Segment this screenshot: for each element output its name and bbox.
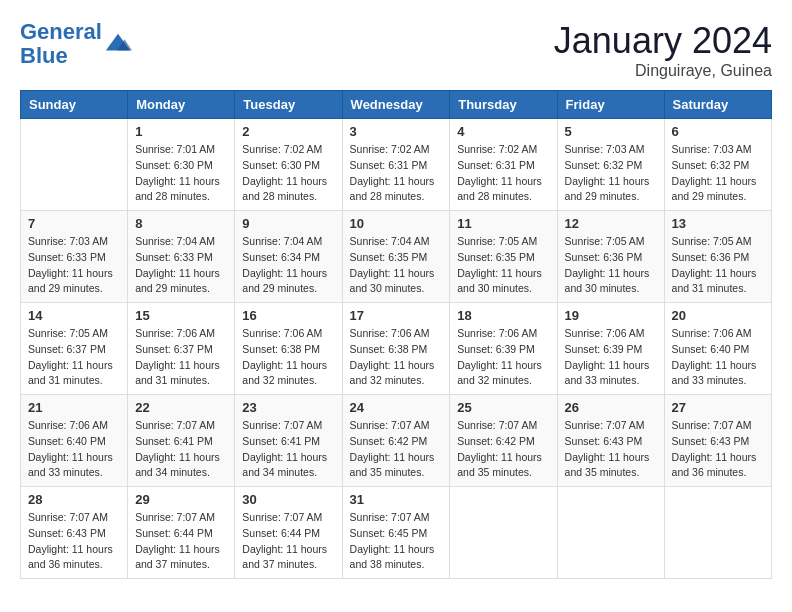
location-title: Dinguiraye, Guinea	[554, 62, 772, 80]
calendar-cell: 7Sunrise: 7:03 AMSunset: 6:33 PMDaylight…	[21, 211, 128, 303]
day-number: 4	[457, 124, 549, 139]
day-number: 30	[242, 492, 334, 507]
weekday-header-tuesday: Tuesday	[235, 91, 342, 119]
day-number: 6	[672, 124, 764, 139]
calendar-cell	[664, 487, 771, 579]
day-info: Sunrise: 7:07 AMSunset: 6:43 PMDaylight:…	[565, 418, 657, 481]
day-info: Sunrise: 7:04 AMSunset: 6:33 PMDaylight:…	[135, 234, 227, 297]
calendar-cell: 23Sunrise: 7:07 AMSunset: 6:41 PMDayligh…	[235, 395, 342, 487]
day-number: 17	[350, 308, 443, 323]
day-info: Sunrise: 7:07 AMSunset: 6:44 PMDaylight:…	[242, 510, 334, 573]
logo-icon	[104, 30, 132, 58]
day-info: Sunrise: 7:02 AMSunset: 6:31 PMDaylight:…	[457, 142, 549, 205]
day-number: 13	[672, 216, 764, 231]
calendar-week-1: 1Sunrise: 7:01 AMSunset: 6:30 PMDaylight…	[21, 119, 772, 211]
day-info: Sunrise: 7:07 AMSunset: 6:42 PMDaylight:…	[350, 418, 443, 481]
day-number: 9	[242, 216, 334, 231]
calendar-week-4: 21Sunrise: 7:06 AMSunset: 6:40 PMDayligh…	[21, 395, 772, 487]
calendar-week-2: 7Sunrise: 7:03 AMSunset: 6:33 PMDaylight…	[21, 211, 772, 303]
day-number: 23	[242, 400, 334, 415]
calendar-cell	[557, 487, 664, 579]
day-number: 26	[565, 400, 657, 415]
day-number: 8	[135, 216, 227, 231]
day-info: Sunrise: 7:01 AMSunset: 6:30 PMDaylight:…	[135, 142, 227, 205]
day-number: 21	[28, 400, 120, 415]
day-number: 22	[135, 400, 227, 415]
calendar-cell: 11Sunrise: 7:05 AMSunset: 6:35 PMDayligh…	[450, 211, 557, 303]
calendar-cell: 19Sunrise: 7:06 AMSunset: 6:39 PMDayligh…	[557, 303, 664, 395]
calendar-cell: 29Sunrise: 7:07 AMSunset: 6:44 PMDayligh…	[128, 487, 235, 579]
day-number: 1	[135, 124, 227, 139]
day-info: Sunrise: 7:03 AMSunset: 6:33 PMDaylight:…	[28, 234, 120, 297]
day-number: 18	[457, 308, 549, 323]
calendar-cell	[21, 119, 128, 211]
calendar-cell: 17Sunrise: 7:06 AMSunset: 6:38 PMDayligh…	[342, 303, 450, 395]
day-info: Sunrise: 7:04 AMSunset: 6:34 PMDaylight:…	[242, 234, 334, 297]
calendar-cell: 5Sunrise: 7:03 AMSunset: 6:32 PMDaylight…	[557, 119, 664, 211]
calendar-cell: 15Sunrise: 7:06 AMSunset: 6:37 PMDayligh…	[128, 303, 235, 395]
day-info: Sunrise: 7:07 AMSunset: 6:41 PMDaylight:…	[242, 418, 334, 481]
calendar-cell: 30Sunrise: 7:07 AMSunset: 6:44 PMDayligh…	[235, 487, 342, 579]
weekday-header-thursday: Thursday	[450, 91, 557, 119]
calendar-week-5: 28Sunrise: 7:07 AMSunset: 6:43 PMDayligh…	[21, 487, 772, 579]
day-number: 5	[565, 124, 657, 139]
calendar-cell: 3Sunrise: 7:02 AMSunset: 6:31 PMDaylight…	[342, 119, 450, 211]
calendar-cell: 8Sunrise: 7:04 AMSunset: 6:33 PMDaylight…	[128, 211, 235, 303]
calendar-cell: 24Sunrise: 7:07 AMSunset: 6:42 PMDayligh…	[342, 395, 450, 487]
page-header: GeneralBlue January 2024 Dinguiraye, Gui…	[20, 20, 772, 80]
calendar-cell: 31Sunrise: 7:07 AMSunset: 6:45 PMDayligh…	[342, 487, 450, 579]
day-number: 10	[350, 216, 443, 231]
day-info: Sunrise: 7:05 AMSunset: 6:36 PMDaylight:…	[672, 234, 764, 297]
day-info: Sunrise: 7:05 AMSunset: 6:35 PMDaylight:…	[457, 234, 549, 297]
day-info: Sunrise: 7:02 AMSunset: 6:31 PMDaylight:…	[350, 142, 443, 205]
calendar-cell: 2Sunrise: 7:02 AMSunset: 6:30 PMDaylight…	[235, 119, 342, 211]
day-info: Sunrise: 7:06 AMSunset: 6:38 PMDaylight:…	[242, 326, 334, 389]
day-number: 20	[672, 308, 764, 323]
day-info: Sunrise: 7:06 AMSunset: 6:40 PMDaylight:…	[28, 418, 120, 481]
calendar-cell: 1Sunrise: 7:01 AMSunset: 6:30 PMDaylight…	[128, 119, 235, 211]
day-number: 16	[242, 308, 334, 323]
day-number: 3	[350, 124, 443, 139]
logo: GeneralBlue	[20, 20, 132, 68]
day-info: Sunrise: 7:07 AMSunset: 6:42 PMDaylight:…	[457, 418, 549, 481]
day-info: Sunrise: 7:06 AMSunset: 6:39 PMDaylight:…	[457, 326, 549, 389]
day-info: Sunrise: 7:07 AMSunset: 6:44 PMDaylight:…	[135, 510, 227, 573]
day-number: 19	[565, 308, 657, 323]
day-number: 14	[28, 308, 120, 323]
day-info: Sunrise: 7:03 AMSunset: 6:32 PMDaylight:…	[565, 142, 657, 205]
calendar-cell: 16Sunrise: 7:06 AMSunset: 6:38 PMDayligh…	[235, 303, 342, 395]
day-info: Sunrise: 7:06 AMSunset: 6:37 PMDaylight:…	[135, 326, 227, 389]
day-info: Sunrise: 7:07 AMSunset: 6:41 PMDaylight:…	[135, 418, 227, 481]
weekday-header-sunday: Sunday	[21, 91, 128, 119]
day-info: Sunrise: 7:06 AMSunset: 6:40 PMDaylight:…	[672, 326, 764, 389]
title-area: January 2024 Dinguiraye, Guinea	[554, 20, 772, 80]
calendar-cell: 25Sunrise: 7:07 AMSunset: 6:42 PMDayligh…	[450, 395, 557, 487]
day-info: Sunrise: 7:05 AMSunset: 6:36 PMDaylight:…	[565, 234, 657, 297]
calendar-cell	[450, 487, 557, 579]
day-info: Sunrise: 7:02 AMSunset: 6:30 PMDaylight:…	[242, 142, 334, 205]
calendar-cell: 12Sunrise: 7:05 AMSunset: 6:36 PMDayligh…	[557, 211, 664, 303]
day-info: Sunrise: 7:07 AMSunset: 6:43 PMDaylight:…	[28, 510, 120, 573]
day-number: 2	[242, 124, 334, 139]
weekday-header-wednesday: Wednesday	[342, 91, 450, 119]
weekday-header-row: SundayMondayTuesdayWednesdayThursdayFrid…	[21, 91, 772, 119]
day-info: Sunrise: 7:07 AMSunset: 6:43 PMDaylight:…	[672, 418, 764, 481]
calendar-cell: 14Sunrise: 7:05 AMSunset: 6:37 PMDayligh…	[21, 303, 128, 395]
day-info: Sunrise: 7:06 AMSunset: 6:38 PMDaylight:…	[350, 326, 443, 389]
calendar-cell: 20Sunrise: 7:06 AMSunset: 6:40 PMDayligh…	[664, 303, 771, 395]
day-number: 11	[457, 216, 549, 231]
calendar-cell: 9Sunrise: 7:04 AMSunset: 6:34 PMDaylight…	[235, 211, 342, 303]
calendar-cell: 10Sunrise: 7:04 AMSunset: 6:35 PMDayligh…	[342, 211, 450, 303]
calendar-cell: 21Sunrise: 7:06 AMSunset: 6:40 PMDayligh…	[21, 395, 128, 487]
calendar-week-3: 14Sunrise: 7:05 AMSunset: 6:37 PMDayligh…	[21, 303, 772, 395]
calendar-cell: 26Sunrise: 7:07 AMSunset: 6:43 PMDayligh…	[557, 395, 664, 487]
calendar-cell: 13Sunrise: 7:05 AMSunset: 6:36 PMDayligh…	[664, 211, 771, 303]
day-info: Sunrise: 7:03 AMSunset: 6:32 PMDaylight:…	[672, 142, 764, 205]
calendar-cell: 4Sunrise: 7:02 AMSunset: 6:31 PMDaylight…	[450, 119, 557, 211]
day-number: 25	[457, 400, 549, 415]
day-number: 24	[350, 400, 443, 415]
calendar-body: 1Sunrise: 7:01 AMSunset: 6:30 PMDaylight…	[21, 119, 772, 579]
calendar-cell: 28Sunrise: 7:07 AMSunset: 6:43 PMDayligh…	[21, 487, 128, 579]
day-info: Sunrise: 7:07 AMSunset: 6:45 PMDaylight:…	[350, 510, 443, 573]
month-title: January 2024	[554, 20, 772, 62]
